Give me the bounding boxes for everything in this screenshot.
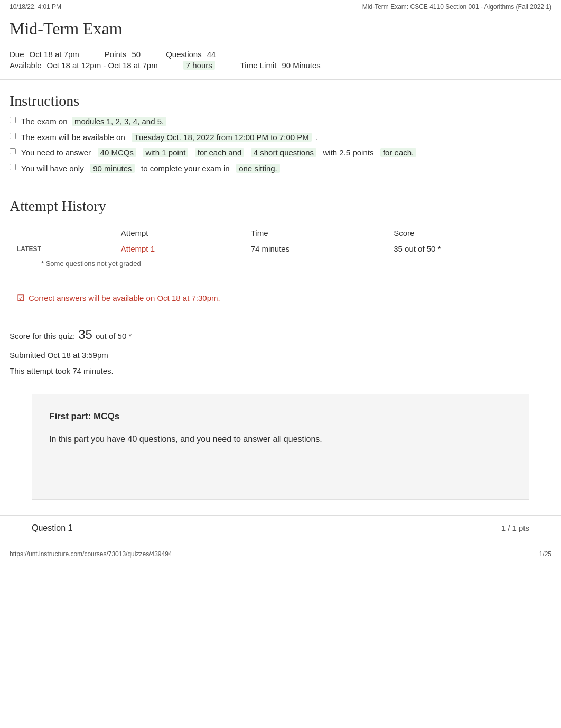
attempt-took-line: This attempt took 74 minutes.	[10, 363, 551, 379]
modules-tag: modules 1, 2, 3, 4, and 5.	[72, 117, 166, 126]
inst-bullet-2	[10, 133, 16, 139]
inst-text-1: The exam on modules 1, 2, 3, 4, and 5.	[21, 115, 551, 128]
score-number: 35	[78, 322, 92, 347]
short-q-tag: 4 short questions	[251, 148, 316, 157]
instructions-heading: Instructions	[0, 80, 561, 115]
bottom-page: 1/25	[539, 550, 551, 558]
part-desc: In this part you have 40 questions, and …	[49, 432, 512, 446]
submitted-line: Submitted Oct 18 at 3:59pm	[10, 347, 551, 363]
top-bar-title: Mid-Term Exam: CSCE 4110 Section 001 - A…	[362, 3, 551, 11]
question-1-pts: 1 / 1 pts	[501, 523, 529, 532]
attempt-history-heading: Attempt History	[10, 192, 551, 220]
inst-item-4: You will have only 90 minutes to complet…	[10, 162, 551, 176]
col-score: Score	[386, 225, 551, 241]
info-icon: ☑	[17, 293, 24, 303]
score-section: Score for this quiz: 35 out of 50 * Subm…	[0, 318, 561, 389]
meta-row-2: Available Oct 18 at 12pm - Oct 18 at 7pm…	[10, 61, 551, 70]
meta-timelimit: Time Limit 90 Minutes	[240, 61, 321, 70]
inst-text-3: You need to answer 40 MCQs with 1 point …	[21, 146, 551, 160]
score-line: Score for this quiz: 35 out of 50 *	[10, 322, 551, 347]
meta-timelimit-value: 90 Minutes	[282, 61, 320, 70]
minutes-tag: 90 minutes	[90, 164, 134, 173]
info-box: ☑ Correct answers will be available on O…	[10, 288, 551, 308]
inst-text-4: You will have only 90 minutes to complet…	[21, 162, 551, 176]
mcqs-tag: 40 MCQs	[98, 148, 136, 157]
attempt-1-link[interactable]: Attempt 1	[121, 244, 155, 253]
meta-due: Due Oct 18 at 7pm	[10, 50, 79, 59]
instructions-section: Instructions The exam on modules 1, 2, 3…	[0, 80, 561, 187]
one-sitting-tag: one sitting.	[236, 164, 280, 173]
attempt-time: 74 minutes	[244, 241, 386, 257]
attempt-table: Attempt Time Score LATEST Attempt 1 74 m…	[10, 225, 551, 256]
attempt-link-cell[interactable]: Attempt 1	[114, 241, 244, 257]
meta-available-value: Oct 18 at 12pm - Oct 18 at 7pm	[47, 61, 158, 70]
bottom-bar: https://unt.instructure.com/courses/7301…	[0, 547, 561, 561]
meta-questions: Questions 44	[166, 50, 216, 59]
meta-hours: 7 hours	[183, 61, 215, 70]
inst-text-2: The exam will be available on Tuesday Oc…	[21, 131, 551, 144]
for-each-tag: for each.	[380, 148, 416, 157]
score-suffix: out of 50 *	[96, 328, 132, 344]
attempt-footnote: * Some questions not yet graded	[10, 260, 551, 268]
part-title: First part: MCQs	[49, 409, 512, 425]
meta-available: Available Oct 18 at 12pm - Oct 18 at 7pm	[10, 61, 158, 70]
for-each-and-tag: for each and	[195, 148, 244, 157]
table-row: LATEST Attempt 1 74 minutes 35 out of 50…	[10, 241, 551, 257]
question-1-label: Question 1	[32, 523, 72, 533]
score-label: Score for this quiz:	[10, 328, 75, 344]
meta-available-label: Available	[10, 61, 42, 70]
info-text: Correct answers will be available on Oct…	[29, 293, 220, 302]
meta-questions-label: Questions	[166, 50, 202, 59]
date-tag: Tuesday Oct. 18, 2022 from 12:00 PM to 7…	[132, 133, 311, 142]
question-1-row: Question 1 1 / 1 pts	[0, 515, 561, 536]
meta-points-value: 50	[132, 50, 141, 59]
page-title: Mid-Term Exam	[10, 19, 551, 39]
meta-questions-value: 44	[207, 50, 216, 59]
inst-item-3: You need to answer 40 MCQs with 1 point …	[10, 146, 551, 160]
meta-hours-value: 7 hours	[183, 61, 215, 70]
inst-bullet-4	[10, 164, 16, 170]
inst-bullet-1	[10, 117, 16, 123]
col-label	[10, 225, 114, 241]
page-title-area: Mid-Term Exam	[0, 14, 561, 42]
inst-item-2: The exam will be available on Tuesday Oc…	[10, 131, 551, 144]
meta-due-label: Due	[10, 50, 24, 59]
meta-row-1: Due Oct 18 at 7pm Points 50 Questions 44	[10, 50, 551, 59]
bottom-url: https://unt.instructure.com/courses/7301…	[10, 550, 172, 558]
meta-points-label: Points	[105, 50, 127, 59]
attempt-score: 35 out of 50 *	[386, 241, 551, 257]
inst-item-1: The exam on modules 1, 2, 3, 4, and 5.	[10, 115, 551, 128]
col-attempt: Attempt	[114, 225, 244, 241]
instructions-body: The exam on modules 1, 2, 3, 4, and 5. T…	[0, 115, 561, 187]
inst-bullet-3	[10, 148, 16, 154]
meta-timelimit-label: Time Limit	[240, 61, 277, 70]
meta-due-value: Oct 18 at 7pm	[30, 50, 79, 59]
attempt-table-header-row: Attempt Time Score	[10, 225, 551, 241]
top-bar: 10/18/22, 4:01 PM Mid-Term Exam: CSCE 41…	[0, 0, 561, 14]
latest-label: LATEST	[10, 241, 114, 257]
top-bar-datetime: 10/18/22, 4:01 PM	[10, 3, 61, 11]
with-point-tag: with 1 point	[143, 148, 188, 157]
you-have-only-text: You will have only	[21, 164, 84, 173]
quiz-content-box: First part: MCQs In this part you have 4…	[32, 394, 529, 500]
meta-points: Points 50	[105, 50, 141, 59]
attempt-history-section: Attempt History Attempt Time Score LATES…	[0, 187, 561, 278]
col-time: Time	[244, 225, 386, 241]
meta-section: Due Oct 18 at 7pm Points 50 Questions 44…	[0, 42, 561, 80]
